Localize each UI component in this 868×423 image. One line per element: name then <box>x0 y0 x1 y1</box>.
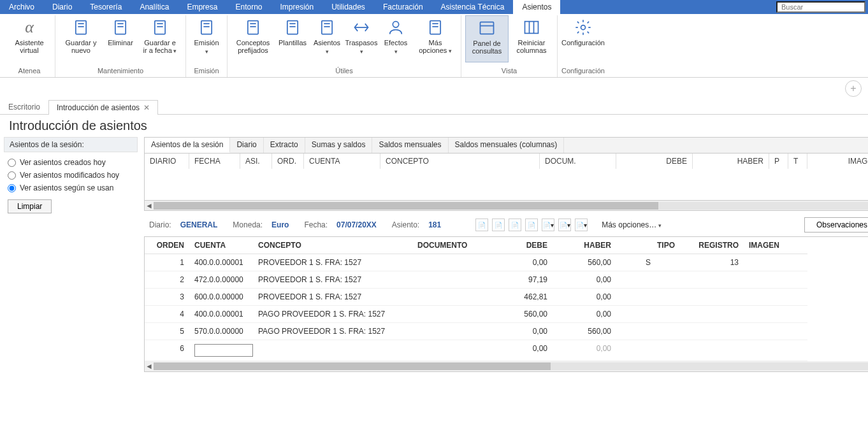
table-row[interactable]: 1400.0.0.00001PROVEEDOR 1 S. FRA: 15270,… <box>145 254 868 271</box>
menu-diario[interactable]: Diario <box>43 0 81 14</box>
scroll-track[interactable] <box>154 362 868 370</box>
entries-header-haber[interactable]: HABER <box>553 237 616 254</box>
session-grid-scrollbar[interactable]: ◄ ► <box>144 201 868 211</box>
grid-header-docum[interactable]: DOCUM. <box>540 154 616 169</box>
table-row[interactable]: 2472.0.0.00000PROVEEDOR 1 S. FRA: 152797… <box>145 271 868 289</box>
menu-facturación[interactable]: Facturación <box>374 0 432 14</box>
grid-header-ord[interactable]: ORD. <box>272 154 304 169</box>
menu-asientos[interactable]: Asientos <box>513 0 560 14</box>
doc-tab-escritorio[interactable]: Escritorio <box>0 99 48 114</box>
inner-tab-asientos-de-la-sesión[interactable]: Asientos de la sesión <box>145 138 230 153</box>
grid-header-cuenta[interactable]: CUENTA <box>304 154 380 169</box>
observaciones-button[interactable]: Observaciones <box>804 217 868 233</box>
mini-icon-4[interactable]: 📄 <box>525 219 538 231</box>
mini-icon-3[interactable]: 📄 <box>509 219 521 231</box>
menu-entorno[interactable]: Entorno <box>226 0 271 14</box>
inner-tab-sumas-y-saldos[interactable]: Sumas y saldos <box>305 138 373 153</box>
mas-opciones-button[interactable]: Más opciones <box>414 15 457 62</box>
cuenta-input[interactable] <box>194 344 253 357</box>
grid-header-fecha[interactable]: FECHA <box>189 154 240 169</box>
mini-icon-1[interactable]: 📄 <box>475 219 488 231</box>
ribbon-group-label: Vista <box>502 66 517 77</box>
entries-header-concepto[interactable]: CONCEPTO <box>253 237 412 254</box>
guardar-y-nuevo-icon <box>71 17 91 38</box>
table-row[interactable]: 60,000,00 <box>145 340 868 361</box>
conceptos-prefijados-button[interactable]: Conceptos prefijados <box>231 15 275 62</box>
table-row[interactable]: 5570.0.0.00000PAGO PROVEEDOR 1 S. FRA: 1… <box>145 323 868 340</box>
radio-1[interactable]: Ver asientos modificados hoy <box>8 169 134 182</box>
grid-header-t[interactable]: T <box>788 154 807 169</box>
cell-cuenta: 400.0.0.00001 <box>189 254 253 271</box>
menu-archivo[interactable]: Archivo <box>0 0 43 14</box>
plantillas-button[interactable]: Plantillas <box>276 15 309 62</box>
radio-input-1[interactable] <box>8 171 16 180</box>
svg-rect-6 <box>155 21 165 34</box>
radio-input-0[interactable] <box>8 159 16 167</box>
radio-input-2[interactable] <box>8 184 16 192</box>
menu-asistencia-técnica[interactable]: Asistencia Técnica <box>432 0 514 14</box>
grid-header-asi[interactable]: ASI. <box>240 154 272 169</box>
entries-header-registro[interactable]: REGISTRO <box>680 237 744 254</box>
guardar-ir-fecha-button[interactable]: Guardar e ir a fecha <box>138 15 182 62</box>
menu-tesorería[interactable]: Tesorería <box>81 0 131 14</box>
scroll-left-icon[interactable]: ◄ <box>145 201 154 210</box>
grid-header-debe[interactable]: DEBE <box>616 154 693 169</box>
asistente-virtual-button[interactable]: αAsistente virtual <box>8 15 51 62</box>
table-row[interactable]: 3600.0.0.00000PROVEEDOR 1 S. FRA: 152746… <box>145 289 868 306</box>
grid-header-diario[interactable]: DIARIO <box>145 154 189 169</box>
scroll-left-icon[interactable]: ◄ <box>145 362 154 371</box>
scroll-track[interactable] <box>154 202 868 210</box>
cell-haber: 560,00 <box>553 254 616 271</box>
radio-0[interactable]: Ver asientos creados hoy <box>8 156 134 169</box>
mini-icon-2[interactable]: 📄 <box>492 219 505 231</box>
mini-icon-5[interactable]: 📄▾ <box>542 219 554 231</box>
entries-header-imagen[interactable]: IMAGEN <box>744 237 807 254</box>
emision-button[interactable]: Emisión <box>190 15 223 62</box>
grid-header-haber[interactable]: HABER <box>693 154 769 169</box>
eliminar-button[interactable]: Eliminar <box>104 15 137 62</box>
inner-tab-saldos-mensuales-(columnas)[interactable]: Saldos mensuales (columnas) <box>449 138 565 153</box>
asientos-util-button[interactable]: Asientos <box>310 15 344 62</box>
traspasos-button[interactable]: Traspasos <box>345 15 378 62</box>
radio-label-0: Ver asientos creados hoy <box>20 158 106 167</box>
entries-scrollbar[interactable]: ◄ ► <box>145 361 868 371</box>
cell-haber: 560,00 <box>553 323 616 340</box>
cell-debe: 0,00 <box>489 340 553 361</box>
mini-icon-6[interactable]: 📄▾ <box>558 219 571 231</box>
cell-imagen <box>744 254 807 271</box>
entries-header-cuenta[interactable]: CUENTA <box>189 237 253 254</box>
mini-icon-7[interactable]: 📄▾ <box>575 219 588 231</box>
entries-header-documento[interactable]: DOCUMENTO <box>412 237 489 254</box>
menu-impresión[interactable]: Impresión <box>271 0 322 14</box>
search-input[interactable] <box>776 1 865 13</box>
inner-tab-saldos-mensuales[interactable]: Saldos mensuales <box>372 138 448 153</box>
mas-opciones-dropdown[interactable]: Más opciones… <box>602 220 662 229</box>
menu-analítica[interactable]: Analítica <box>131 0 178 14</box>
svg-rect-0 <box>76 21 86 34</box>
guardar-y-nuevo-button[interactable]: Guardar y nuevo <box>59 15 103 62</box>
inner-tab-extracto[interactable]: Extracto <box>264 138 305 153</box>
add-button[interactable]: + <box>845 80 862 97</box>
reiniciar-columnas-button[interactable]: Reiniciar columnas <box>510 15 553 62</box>
menu-empresa[interactable]: Empresa <box>178 0 226 14</box>
configuracion-button[interactable]: Configuración <box>561 15 605 62</box>
grid-header-p[interactable]: P <box>769 154 788 169</box>
grid-header-concepto[interactable]: CONCEPTO <box>380 154 540 169</box>
grid-header-imagen[interactable]: IMAGEN <box>807 154 868 169</box>
entries-header-orden[interactable]: ORDEN <box>145 237 189 254</box>
entries-header-debe[interactable]: DEBE <box>489 237 553 254</box>
inner-tab-diario[interactable]: Diario <box>230 138 263 153</box>
scroll-thumb[interactable] <box>154 362 551 370</box>
entries-header-tipo[interactable]: TIPO <box>616 237 680 254</box>
close-icon[interactable]: ✕ <box>143 103 150 112</box>
efectos-button[interactable]: Efectos <box>379 15 412 62</box>
table-row[interactable]: 4400.0.0.00001PAGO PROVEEDOR 1 S. FRA: 1… <box>145 306 868 323</box>
doc-tab-introducción-de-asientos[interactable]: Introducción de asientos✕ <box>48 100 158 115</box>
menu-utilidades[interactable]: Utilidades <box>322 0 374 14</box>
radio-2[interactable]: Ver asientos según se usan <box>8 182 134 194</box>
limpiar-button[interactable]: Limpiar <box>8 199 52 213</box>
cell-imagen <box>744 306 807 323</box>
cell-haber: 0,00 <box>553 271 616 289</box>
panel-consultas-button[interactable]: Panel de consultas <box>465 15 509 62</box>
scroll-thumb[interactable] <box>154 202 658 210</box>
